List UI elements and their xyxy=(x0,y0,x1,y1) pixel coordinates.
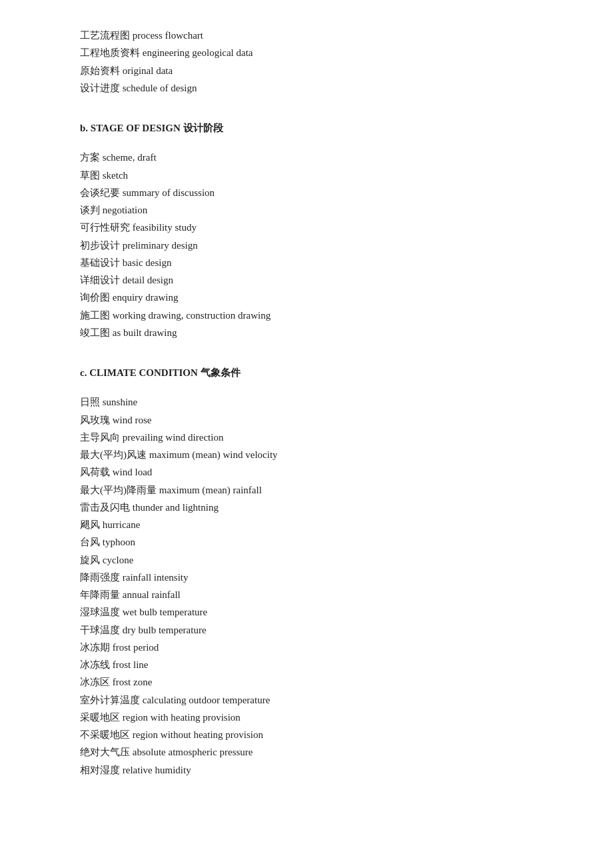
entry-wind-load: 风荷载 wind load xyxy=(80,463,533,481)
entry-sunshine: 日照 sunshine xyxy=(80,393,533,411)
entry-1: 工艺流程图 process flowchart xyxy=(80,27,533,44)
entry-preliminary: 初步设计 preliminary design xyxy=(80,237,533,254)
entry-frost-period: 冰冻期 frost period xyxy=(80,639,533,656)
entry-2: 工程地质资料 engineering geological data xyxy=(80,44,533,61)
entry-typhoon: 台风 typhoon xyxy=(80,533,533,551)
entry-annual-rainfall: 年降雨量 annual rainfall xyxy=(80,586,533,603)
entry-wet-bulb: 湿球温度 wet bulb temperature xyxy=(80,603,533,621)
entry-dry-bulb: 干球温度 dry bulb temperature xyxy=(80,621,533,639)
entry-basic: 基础设计 basic design xyxy=(80,254,533,271)
entry-wind-velocity: 最大(平均)风速 maximum (mean) wind velocity xyxy=(80,446,533,463)
entry-enquiry: 询价图 enquiry drawing xyxy=(80,289,533,306)
entry-thunder: 雷击及闪电 thunder and lightning xyxy=(80,499,533,516)
entry-sketch: 草图 sketch xyxy=(80,167,533,184)
entry-4: 设计进度 schedule of design xyxy=(80,79,533,97)
entry-asbuilt: 竣工图 as built drawing xyxy=(80,324,533,341)
page-content: 工艺流程图 process flowchart 工程地质资料 engineeri… xyxy=(80,27,533,779)
entry-3: 原始资料 original data xyxy=(80,62,533,79)
section-climate: c. CLIMATE CONDITION 气象条件 日照 sunshine 风玫… xyxy=(80,364,533,779)
entry-detail: 详细设计 detail design xyxy=(80,271,533,289)
section-intro: 工艺流程图 process flowchart 工程地质资料 engineeri… xyxy=(80,27,533,97)
entry-humidity: 相对湿度 relative humidity xyxy=(80,761,533,779)
entry-feasibility: 可行性研究 feasibility study xyxy=(80,219,533,236)
entry-summary: 会谈纪要 summary of discussion xyxy=(80,184,533,201)
entry-outdoor-temp: 室外计算温度 calculating outdoor temperature xyxy=(80,691,533,709)
entry-atm-pressure: 绝对大气压 absolute atmospheric pressure xyxy=(80,743,533,761)
entry-rainfall-intensity: 降雨强度 rainfall intensity xyxy=(80,569,533,586)
entry-no-heating-region: 不采暖地区 region without heating provision xyxy=(80,726,533,743)
section-stage-of-design: b. STAGE OF DESIGN 设计阶段 方案 scheme, draft… xyxy=(80,119,533,341)
entry-rainfall-max: 最大(平均)降雨量 maximum (mean) rainfall xyxy=(80,481,533,499)
entry-heating-region: 采暖地区 region with heating provision xyxy=(80,709,533,726)
entry-cyclone: 旋风 cyclone xyxy=(80,551,533,569)
entry-frost-line: 冰冻线 frost line xyxy=(80,656,533,673)
entry-frost-zone: 冰冻区 frost zone xyxy=(80,673,533,691)
entry-negotiation: 谈判 negotiation xyxy=(80,201,533,219)
section-header-climate: c. CLIMATE CONDITION 气象条件 xyxy=(80,364,533,381)
section-header-stage: b. STAGE OF DESIGN 设计阶段 xyxy=(80,119,533,137)
entry-wind-direction: 主导风向 prevailing wind direction xyxy=(80,429,533,446)
entry-hurricane: 飓风 hurricane xyxy=(80,516,533,533)
entry-scheme: 方案 scheme, draft xyxy=(80,149,533,166)
entry-wind-rose: 风玫瑰 wind rose xyxy=(80,411,533,429)
entry-working: 施工图 working drawing, construction drawin… xyxy=(80,307,533,324)
